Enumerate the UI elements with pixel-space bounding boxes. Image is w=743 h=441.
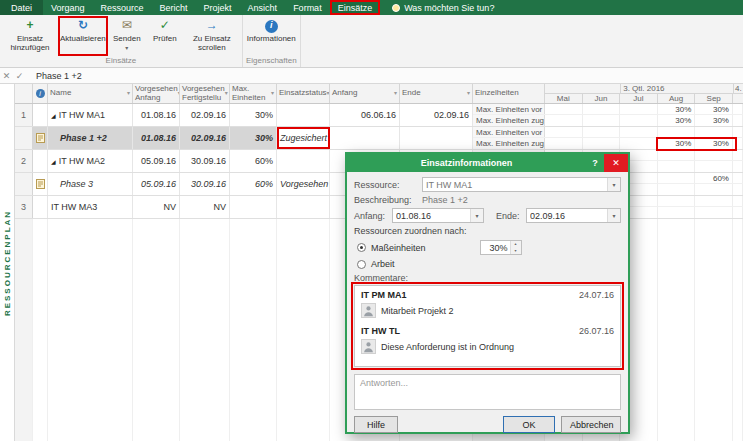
- details-column-header[interactable]: Einzelheiten: [473, 84, 545, 103]
- units-radio-label[interactable]: Maßeinheiten: [371, 243, 426, 253]
- timeline-cell[interactable]: [733, 138, 743, 149]
- timeline-cell[interactable]: [583, 138, 621, 149]
- quarter-q4-label[interactable]: 4. Qtl. 2016: [733, 84, 743, 93]
- timeline-cell[interactable]: [583, 115, 621, 126]
- vorgesehen-anfang-header[interactable]: Vorgesehen Anfang▾: [133, 84, 180, 103]
- tab-bericht[interactable]: Bericht: [152, 0, 196, 15]
- info-column-header[interactable]: i: [33, 84, 48, 103]
- anfang-cell[interactable]: 06.06.16: [330, 104, 400, 126]
- timeline-cell[interactable]: [733, 207, 743, 218]
- tab-vorgang[interactable]: Vorgang: [43, 0, 93, 15]
- anfang-cell[interactable]: [330, 127, 400, 149]
- tab-format[interactable]: Format: [285, 0, 330, 15]
- vorgesehen-anfang-cell[interactable]: 01.08.16: [133, 127, 180, 149]
- name-column-header[interactable]: Name▾: [48, 84, 133, 103]
- timeline-cell[interactable]: [658, 184, 696, 195]
- timeline-cell[interactable]: [695, 207, 733, 218]
- indicator-cell[interactable]: [33, 150, 48, 172]
- comments-panel[interactable]: IT PM MA1 24.07.16 Mitarbeit Projekt 2 I…: [354, 285, 621, 367]
- resource-combobox[interactable]: IT HW MA1 ▾: [422, 177, 621, 192]
- send-button[interactable]: ✉ Senden ▾: [108, 16, 146, 56]
- tab-projekt[interactable]: Projekt: [196, 0, 240, 15]
- vorgesehen-fertig-cell[interactable]: 02.09.16: [180, 104, 230, 126]
- name-cell[interactable]: Phase 3: [48, 173, 133, 195]
- detail-label-vor[interactable]: Max. Einheiten vor: [473, 127, 545, 137]
- filter-arrow-icon[interactable]: ▾: [127, 90, 130, 96]
- start-date-combobox[interactable]: 01.08.16 ▾: [392, 208, 484, 223]
- timeline-cell[interactable]: [620, 138, 658, 149]
- timeline-cell[interactable]: [658, 150, 696, 160]
- timeline-cell[interactable]: [733, 184, 743, 195]
- max-einheiten-cell[interactable]: 60%: [230, 173, 277, 195]
- help-button[interactable]: Hilfe: [354, 416, 398, 433]
- units-spinner[interactable]: 30% ▴ ▾: [480, 240, 522, 255]
- timeline-cell[interactable]: [733, 196, 743, 206]
- timeline-cell[interactable]: [545, 115, 583, 126]
- timeline-cell[interactable]: [695, 196, 733, 206]
- filter-arrow-icon[interactable]: ▾: [394, 90, 397, 96]
- timeline-cell[interactable]: [733, 104, 743, 114]
- detail-label-vor[interactable]: Max. Einheiten vor: [473, 104, 545, 114]
- entry-bar-value[interactable]: Phase 1 +2: [36, 71, 82, 81]
- vorgesehen-fertig-cell[interactable]: 30.09.16: [180, 150, 230, 172]
- einsatzstatus-cell[interactable]: [277, 150, 330, 172]
- vorgesehen-anfang-cell[interactable]: 05.09.16: [133, 173, 180, 195]
- row-number[interactable]: 2: [15, 150, 33, 172]
- work-radio-label[interactable]: Arbeit: [371, 259, 395, 269]
- tab-ressource[interactable]: Ressource: [93, 0, 152, 15]
- timeline-cell[interactable]: [545, 104, 583, 114]
- cancel-button[interactable]: Abbrechen: [561, 416, 621, 433]
- timeline-cell[interactable]: [620, 115, 658, 126]
- dialog-close-button[interactable]: ✕: [604, 154, 628, 172]
- month-header-jun[interactable]: Jun: [583, 94, 621, 103]
- max-einheiten-cell[interactable]: 60%: [230, 150, 277, 172]
- dialog-help-button[interactable]: ?: [586, 158, 604, 168]
- timeline-cell[interactable]: [695, 161, 733, 172]
- spinner-down-icon[interactable]: ▾: [511, 248, 521, 255]
- end-date-combobox[interactable]: 02.09.16 ▾: [526, 208, 621, 223]
- einsatzstatus-cell[interactable]: [277, 104, 330, 126]
- work-radio[interactable]: [357, 260, 366, 269]
- vorgesehen-anfang-cell[interactable]: NV: [133, 196, 180, 218]
- einsatzstatus-cell[interactable]: [277, 196, 330, 218]
- timeline-cell[interactable]: [733, 127, 743, 137]
- timeline-cell[interactable]: [658, 207, 696, 218]
- timeline-cell[interactable]: [695, 184, 733, 195]
- units-radio[interactable]: [357, 243, 366, 252]
- filter-arrow-icon[interactable]: ▾: [271, 90, 274, 96]
- einsatzstatus-cell-zugesichert[interactable]: Zugesichert: [277, 127, 330, 149]
- ende-cell[interactable]: 02.09.16: [400, 104, 473, 126]
- expand-triangle-icon[interactable]: ◢: [51, 158, 56, 165]
- max-einheiten-cell[interactable]: [230, 196, 277, 218]
- timeline-cell[interactable]: 30%: [658, 115, 696, 126]
- reply-textarea[interactable]: [354, 374, 621, 410]
- timeline-cell[interactable]: 30%: [695, 138, 733, 149]
- tab-ansicht[interactable]: Ansicht: [240, 0, 286, 15]
- check-button[interactable]: ✓ Prüfen: [146, 16, 184, 56]
- name-cell[interactable]: ◢ IT HW MA1: [48, 104, 133, 126]
- name-cell[interactable]: Phase 1 +2: [48, 127, 133, 149]
- max-einheiten-cell[interactable]: 30%: [230, 127, 277, 149]
- max-einheiten-header[interactable]: Max. Einheiten▾: [230, 84, 277, 103]
- timeline-cell[interactable]: [545, 138, 583, 149]
- timeline-cell[interactable]: [658, 127, 696, 137]
- timeline-cell[interactable]: [658, 161, 696, 172]
- row-number[interactable]: [15, 127, 33, 149]
- vorgesehen-fertig-cell[interactable]: 30.09.16: [180, 173, 230, 195]
- vorgesehen-anfang-cell[interactable]: 01.08.16: [133, 104, 180, 126]
- month-header-sep[interactable]: Sep: [695, 94, 733, 103]
- timeline-cell[interactable]: [545, 127, 583, 137]
- timeline-cell[interactable]: [658, 173, 696, 183]
- row-number[interactable]: 3: [15, 196, 33, 218]
- dialog-titlebar[interactable]: Einsatzinformationen ? ✕: [347, 154, 628, 172]
- add-engagement-button[interactable]: + Einsatz hinzufügen: [2, 16, 58, 56]
- quarter-q3-label[interactable]: 3. Qtl. 2016: [620, 84, 733, 93]
- detail-label-zug[interactable]: Max. Einheiten zug: [473, 138, 545, 149]
- einsatzstatus-header[interactable]: Einsatzstatus▾: [277, 84, 330, 103]
- detail-label-zug[interactable]: Max. Einheiten zug: [473, 115, 545, 126]
- max-einheiten-cell[interactable]: 30%: [230, 104, 277, 126]
- einsatzstatus-cell[interactable]: Vorgesehen: [277, 173, 330, 195]
- timeline-cell[interactable]: [733, 161, 743, 172]
- timeline-cell[interactable]: [658, 196, 696, 206]
- filter-arrow-icon[interactable]: ▾: [467, 90, 470, 96]
